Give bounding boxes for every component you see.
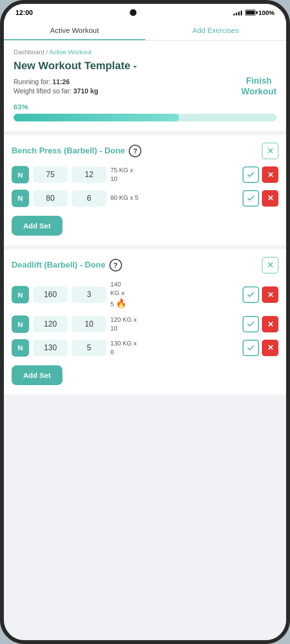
deadlift-help-icon[interactable]: ? <box>109 259 122 271</box>
set-check-button-1[interactable] <box>243 166 259 183</box>
progress-section: 63% <box>14 103 276 121</box>
deadlift-reps-input-3[interactable] <box>72 340 107 356</box>
set-check-button-2[interactable] <box>243 190 259 207</box>
set-weight-input-2[interactable] <box>33 190 68 207</box>
set-type-badge-2: N <box>12 190 29 207</box>
deadlift-set-type-badge-3: N <box>12 339 29 357</box>
deadlift-weight-input-1[interactable] <box>33 286 68 303</box>
deadlift-set-actions-2: ✕ <box>243 316 278 332</box>
deadlift-set-summary-2: 120 KG x10 <box>110 315 239 333</box>
deadlift-set-summary-3: 130 KG x8 <box>110 339 239 357</box>
finish-workout-button[interactable]: FinishWorkout <box>241 76 276 97</box>
battery-percent: 100% <box>259 9 275 16</box>
deadlift-title-row: Deadlift (Barbell) - Done ? <box>12 259 122 271</box>
progress-bar <box>14 114 276 121</box>
bottom-spacer <box>4 399 286 413</box>
exercise-bench-press: Bench Press (Barbell) - Done ? ✕ N 75 KG… <box>4 135 286 245</box>
deadlift-close-button[interactable]: ✕ <box>262 257 278 273</box>
deadlift-set-actions-3: ✕ <box>243 340 278 356</box>
running-stat: Running for: 11:26 <box>14 78 98 86</box>
set-summary-2: 80 KG x 5 <box>110 194 239 202</box>
exercise-deadlift-title: Deadlift (Barbell) - Done <box>12 260 106 270</box>
deadlift-set-1: N 140KG x5 🔥 ✕ <box>12 280 278 310</box>
weight-stat: Weight lifted so far: 3710 kg <box>14 87 98 95</box>
bench-press-close-button[interactable]: ✕ <box>262 143 278 159</box>
exercise-bench-press-title: Bench Press (Barbell) - Done <box>12 146 125 156</box>
bench-press-add-set-button[interactable]: Add Set <box>12 216 62 236</box>
bench-press-set-1: N 75 KG x10 ✕ <box>12 166 278 183</box>
set-type-badge-1: N <box>12 166 29 183</box>
workout-stats-row: Running for: 11:26 Weight lifted so far:… <box>14 76 276 97</box>
progress-fill <box>14 114 179 121</box>
tab-add-exercises[interactable]: Add Exercises <box>145 19 287 40</box>
deadlift-delete-button-3[interactable]: ✕ <box>262 340 278 356</box>
deadlift-check-button-1[interactable] <box>243 286 259 303</box>
set-reps-input-2[interactable] <box>72 190 107 207</box>
status-bar: 12:00 100% <box>4 4 286 19</box>
deadlift-reps-input-1[interactable] <box>72 286 107 303</box>
deadlift-set-actions-1: ✕ <box>243 286 278 303</box>
signal-icon <box>233 10 242 15</box>
camera-notch <box>130 9 137 16</box>
set-delete-button-2[interactable]: ✕ <box>262 190 278 207</box>
deadlift-set-type-badge-1: N <box>12 286 29 303</box>
deadlift-check-button-3[interactable] <box>243 340 259 356</box>
workout-title: New Workout Template - <box>14 60 276 72</box>
battery-icon <box>245 10 256 15</box>
status-right: 100% <box>233 9 275 16</box>
exercise-deadlift-header: Deadlift (Barbell) - Done ? ✕ <box>12 257 278 273</box>
deadlift-set-type-badge-2: N <box>12 315 29 333</box>
deadlift-add-set-button[interactable]: Add Set <box>12 365 62 385</box>
set-delete-button-1[interactable]: ✕ <box>262 166 278 183</box>
set-reps-input-1[interactable] <box>72 166 107 183</box>
deadlift-delete-button-2[interactable]: ✕ <box>262 316 278 332</box>
status-time: 12:00 <box>15 9 33 16</box>
set-actions-2: ✕ <box>243 190 278 207</box>
deadlift-check-button-2[interactable] <box>243 316 259 332</box>
deadlift-weight-input-2[interactable] <box>33 316 68 332</box>
workout-stats: Running for: 11:26 Weight lifted so far:… <box>14 78 98 95</box>
exercise-deadlift: Deadlift (Barbell) - Done ? ✕ N 140KG x5… <box>4 249 286 395</box>
tab-bar: Active Workout Add Exercises <box>4 19 286 41</box>
tab-active-workout[interactable]: Active Workout <box>4 19 145 40</box>
set-summary-1: 75 KG x10 <box>110 166 239 183</box>
breadcrumb: Dashboard / Active Workout <box>14 48 276 56</box>
deadlift-set-summary-1: 140KG x5 🔥 <box>110 280 239 310</box>
set-weight-input-1[interactable] <box>33 166 68 183</box>
header-section: Dashboard / Active Workout New Workout T… <box>4 41 286 131</box>
deadlift-set-2: N 120 KG x10 ✕ <box>12 315 278 333</box>
exercise-title-row: Bench Press (Barbell) - Done ? <box>12 145 141 157</box>
deadlift-weight-input-3[interactable] <box>33 340 68 356</box>
set-actions-1: ✕ <box>243 166 278 183</box>
phone-frame: 12:00 100% Active Workout Add Exercises <box>0 0 290 644</box>
deadlift-delete-button-1[interactable]: ✕ <box>262 286 278 303</box>
bench-press-set-2: N 80 KG x 5 ✕ <box>12 190 278 207</box>
bench-press-help-icon[interactable]: ? <box>129 145 141 157</box>
exercise-bench-press-header: Bench Press (Barbell) - Done ? ✕ <box>12 143 278 159</box>
progress-percent: 63% <box>14 103 276 111</box>
deadlift-reps-input-2[interactable] <box>72 316 107 332</box>
content-scroll[interactable]: Dashboard / Active Workout New Workout T… <box>4 41 286 640</box>
deadlift-set-3: N 130 KG x8 ✕ <box>12 339 278 357</box>
